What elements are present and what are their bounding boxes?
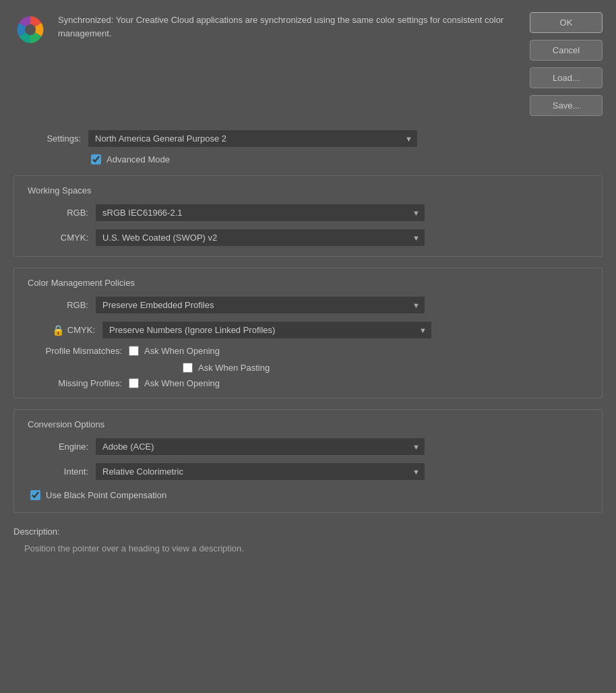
description-title: Description: [13, 526, 603, 537]
advanced-mode-checkbox[interactable] [91, 154, 101, 164]
missing-profiles-opening-checkbox[interactable] [129, 378, 139, 388]
missing-profiles-row: Missing Profiles: Ask When Opening [28, 378, 588, 388]
cmyk-working-space-row: CMYK: U.S. Web Coated (SWOP) v2 ▼ [28, 229, 588, 247]
rgb-working-space-row: RGB: sRGB IEC61966-2.1 ▼ [28, 204, 588, 222]
cancel-button[interactable]: Cancel [530, 40, 603, 61]
settings-select-wrapper: North America General Purpose 2 ▼ [88, 129, 418, 148]
ask-when-pasting-row: Ask When Pasting [28, 363, 588, 373]
profile-mismatch-opening-checkbox[interactable] [129, 346, 139, 356]
advanced-mode-row: Advanced Mode [13, 154, 603, 164]
black-point-compensation-label: Use Black Point Compensation [46, 490, 166, 500]
color-management-section: Color Management Policies RGB: Preserve … [13, 268, 603, 398]
cmyk-policy-select-wrapper: Preserve Numbers (Ignore Linked Profiles… [102, 321, 432, 339]
profile-mismatches-label: Profile Mismatches: [28, 346, 122, 356]
cmyk-policy-label: CMYK: [67, 325, 95, 335]
profile-mismatch-pasting-checkbox[interactable] [183, 363, 193, 373]
rgb-working-select[interactable]: sRGB IEC61966-2.1 [95, 204, 425, 222]
missing-profiles-opening-label: Ask When Opening [144, 378, 220, 388]
rgb-policy-select-wrapper: Preserve Embedded Profiles ▼ [95, 296, 425, 314]
ok-button[interactable]: OK [530, 12, 603, 33]
missing-profiles-opening-wrapper: Ask When Opening [129, 378, 220, 388]
settings-label: Settings: [34, 133, 81, 144]
settings-row: Settings: North America General Purpose … [13, 129, 603, 148]
advanced-mode-label: Advanced Mode [106, 154, 170, 164]
rgb-policy-select[interactable]: Preserve Embedded Profiles [95, 296, 425, 314]
color-management-title: Color Management Policies [28, 278, 588, 288]
intent-row: Intent: Relative Colorimetric ▼ [28, 462, 588, 481]
description-section: Description: Position the pointer over a… [13, 524, 603, 556]
adobe-logo [13, 12, 47, 44]
cmyk-policy-select[interactable]: Preserve Numbers (Ignore Linked Profiles… [102, 321, 432, 339]
intent-select[interactable]: Relative Colorimetric [95, 462, 425, 481]
conversion-options-title: Conversion Options [28, 419, 588, 429]
cmyk-working-label: CMYK: [28, 233, 88, 243]
profile-mismatches-row: Profile Mismatches: Ask When Opening [28, 346, 588, 356]
rgb-policy-row: RGB: Preserve Embedded Profiles ▼ [28, 296, 588, 314]
cmyk-policy-row: 🔒 CMYK: Preserve Numbers (Ignore Linked … [28, 321, 588, 339]
conversion-options-section: Conversion Options Engine: Adobe (ACE) ▼… [13, 409, 603, 513]
intent-label: Intent: [28, 466, 88, 477]
intent-select-wrapper: Relative Colorimetric ▼ [95, 462, 425, 481]
load-button[interactable]: Load... [530, 67, 603, 88]
rgb-working-label: RGB: [28, 208, 88, 218]
action-buttons: OK Cancel Load... Save... [530, 12, 603, 116]
black-point-compensation-row: Use Black Point Compensation [28, 487, 588, 503]
settings-select[interactable]: North America General Purpose 2 [88, 129, 418, 148]
profile-mismatch-opening-label: Ask When Opening [144, 346, 220, 356]
description-text: Position the pointer over a heading to v… [13, 543, 603, 553]
working-spaces-title: Working Spaces [28, 185, 588, 195]
rgb-working-select-wrapper: sRGB IEC61966-2.1 ▼ [95, 204, 425, 222]
engine-label: Engine: [28, 442, 88, 452]
color-settings-dialog: Synchronized: Your Creative Cloud applic… [0, 0, 616, 693]
profile-mismatch-pasting-label: Ask When Pasting [198, 363, 270, 373]
lock-icon: 🔒 [52, 324, 65, 336]
cmyk-working-select[interactable]: U.S. Web Coated (SWOP) v2 [95, 229, 425, 247]
cmyk-label-wrapper: 🔒 CMYK: [28, 324, 95, 336]
missing-profiles-label: Missing Profiles: [28, 378, 122, 388]
ask-when-opening-wrapper: Ask When Opening [129, 346, 220, 356]
cmyk-working-select-wrapper: U.S. Web Coated (SWOP) v2 ▼ [95, 229, 425, 247]
svg-point-1 [25, 24, 36, 35]
engine-select-wrapper: Adobe (ACE) ▼ [95, 438, 425, 456]
rgb-policy-label: RGB: [28, 300, 88, 310]
black-point-compensation-checkbox[interactable] [30, 490, 40, 500]
engine-select[interactable]: Adobe (ACE) [95, 438, 425, 456]
working-spaces-section: Working Spaces RGB: sRGB IEC61966-2.1 ▼ … [13, 175, 603, 257]
sync-message: Synchronized: Your Creative Cloud applic… [58, 12, 519, 40]
save-button[interactable]: Save... [530, 95, 603, 116]
engine-row: Engine: Adobe (ACE) ▼ [28, 438, 588, 456]
